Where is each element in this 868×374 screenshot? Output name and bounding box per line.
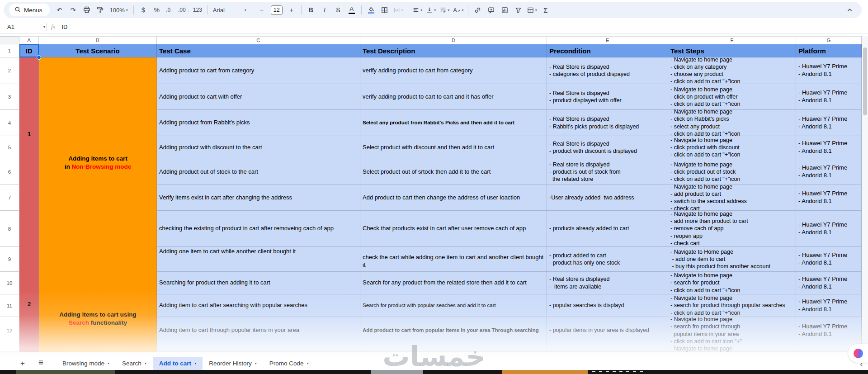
table-cell-c4[interactable]: Adding product from Rabbit's picks: [157, 110, 360, 136]
table-cell-g10[interactable]: - Huawei Y7 Prime- Andorid 8.1: [796, 272, 862, 294]
increase-decimal-button[interactable]: .00→: [178, 4, 190, 16]
font-family-dropdown[interactable]: Arial ▾: [210, 4, 249, 16]
table-cell-g7[interactable]: - Huawei Y7 Prime- Andorid 8.1: [796, 185, 862, 211]
decrease-decimal-button[interactable]: .0←: [164, 4, 177, 16]
table-cell-c5[interactable]: Adding product with discount to the cart: [157, 136, 360, 159]
id-group-strip[interactable]: [19, 57, 39, 352]
fill-color-button[interactable]: [365, 4, 377, 16]
table-cell-c12[interactable]: Adding item to cart through popular item…: [157, 317, 360, 344]
scenario-group-label[interactable]: Adding items to cart usingSearch functio…: [39, 311, 157, 327]
row-header-1[interactable]: 1: [0, 44, 19, 57]
table-cell-e7[interactable]: -User already added two address: [547, 185, 668, 211]
table-cell-d9[interactable]: check the cart while adding one item to …: [360, 247, 547, 272]
table-cell-c10[interactable]: Searching for product then adding it to …: [157, 272, 360, 294]
table-cell-d6[interactable]: Select product out of srtock then add it…: [360, 159, 547, 185]
row-header-2[interactable]: 2: [0, 57, 19, 84]
header-cell-d[interactable]: Test Description: [360, 44, 547, 57]
zoom-dropdown[interactable]: 100% ▾: [107, 4, 131, 16]
redo-button[interactable]: ↷: [67, 4, 80, 16]
column-header-d[interactable]: D: [360, 36, 547, 44]
increase-font-size-button[interactable]: +: [285, 4, 298, 16]
row-header-7[interactable]: 7: [0, 185, 19, 211]
row-header-6[interactable]: 6: [0, 159, 19, 185]
row-header-8[interactable]: 8: [0, 211, 19, 247]
grid-corner-box[interactable]: [0, 36, 19, 44]
table-cell-e3[interactable]: - Real Store is dispayed- product displa…: [547, 84, 668, 110]
column-header-c[interactable]: C: [157, 36, 360, 44]
table-cell-d2[interactable]: verify adding product to cart from categ…: [360, 57, 547, 84]
table-cell-f2[interactable]: - Navigate to home page- click on any ca…: [668, 57, 796, 84]
create-filter-button[interactable]: [512, 4, 525, 16]
row-header-12[interactable]: 12: [0, 317, 19, 344]
table-cell-c9[interactable]: Adding one item to cart while another cl…: [157, 247, 360, 272]
column-header-a[interactable]: A: [19, 36, 39, 44]
table-cell-f8[interactable]: - Navigate to home page- add more than p…: [668, 211, 796, 247]
table-cell-c7[interactable]: Verify items exist in cart after changin…: [157, 185, 360, 211]
column-header-f[interactable]: F: [668, 36, 796, 44]
extension-pill[interactable]: [848, 344, 868, 363]
table-views-button[interactable]: ▾: [526, 4, 538, 16]
insert-link-button[interactable]: [472, 4, 484, 16]
vertical-scrollbar-thumb[interactable]: [863, 47, 867, 115]
sheet-tab-reorder-history[interactable]: Reorder History▾: [203, 357, 263, 370]
header-cell-b[interactable]: Test Scenario: [39, 44, 157, 57]
table-cell-g2[interactable]: - Huawei Y7 Prime- Andorid 8.1: [796, 57, 862, 84]
row-header-11[interactable]: 11: [0, 294, 19, 317]
more-formats-button[interactable]: 123: [191, 4, 204, 16]
selection-fill-handle[interactable]: [37, 55, 41, 60]
table-cell-d5[interactable]: Select product with discount and then ad…: [360, 136, 547, 159]
format-currency-button[interactable]: $: [137, 4, 150, 16]
table-cell-g8[interactable]: - Huawei Y7 Prime- Andorid 8.1: [796, 211, 862, 247]
row-header-4[interactable]: 4: [0, 110, 19, 136]
table-cell-f13[interactable]: - Navigate to home page: [668, 344, 796, 352]
table-cell-e6[interactable]: - Real store is dispalyed- product is ou…: [547, 159, 668, 185]
insert-comment-button[interactable]: [485, 4, 498, 16]
undo-button[interactable]: ↶: [53, 4, 66, 16]
table-cell-d3[interactable]: verify adding product to cart to cart an…: [360, 84, 547, 110]
strikethrough-button[interactable]: S: [332, 4, 344, 16]
column-header-g[interactable]: G: [796, 36, 862, 44]
group-number[interactable]: 2: [19, 301, 39, 308]
merge-cells-button[interactable]: ▾: [392, 4, 405, 16]
horizontal-scrollbar[interactable]: [0, 352, 868, 357]
row-header-5[interactable]: 5: [0, 136, 19, 159]
table-cell-e12[interactable]: - popular items in your area is displaye…: [547, 317, 668, 344]
hide-menus-button[interactable]: [843, 4, 856, 16]
table-cell-c13[interactable]: [157, 344, 360, 352]
header-cell-c[interactable]: Test Case: [157, 44, 360, 57]
menus-search-button[interactable]: Menus: [9, 4, 50, 16]
bold-button[interactable]: B: [305, 4, 317, 16]
table-cell-c3[interactable]: Adding product to cart with offer: [157, 84, 360, 110]
table-cell-f5[interactable]: - Navigate to home page- click product w…: [668, 136, 796, 159]
font-size-input[interactable]: 12: [271, 5, 283, 15]
print-button[interactable]: [80, 4, 93, 16]
vertical-scrollbar[interactable]: [862, 36, 868, 352]
table-cell-e5[interactable]: - Real Store is dispayed- product with d…: [547, 136, 668, 159]
table-cell-d8[interactable]: Check that products exist in cart after …: [360, 211, 547, 247]
horizontal-align-button[interactable]: ▾: [411, 4, 424, 16]
italic-button[interactable]: I: [318, 4, 331, 16]
table-cell-e13[interactable]: [547, 344, 668, 352]
text-rotation-button[interactable]: A↗ ▾: [452, 4, 465, 16]
sheet-tab-add-to-cart[interactable]: Add to cart▾: [153, 357, 203, 370]
insert-chart-button[interactable]: [499, 4, 511, 16]
table-cell-g9[interactable]: - Huawei Y7 Prime- Andorid 8.1: [796, 247, 862, 272]
table-cell-e11[interactable]: - popular searches is displayd: [547, 294, 668, 317]
table-cell-e2[interactable]: - Real Store is dispayed- categories of …: [547, 57, 668, 84]
table-cell-f10[interactable]: - Navigate to home page- search for prod…: [668, 272, 796, 294]
row-header-10[interactable]: 10: [0, 272, 19, 294]
table-cell-c8[interactable]: checking the existing of product in cart…: [157, 211, 360, 247]
name-box[interactable]: A1 ▾: [0, 24, 45, 30]
table-cell-f7[interactable]: - Navigate to home page- add product to …: [668, 185, 796, 211]
table-cell-e10[interactable]: - Real store is displayed- items are ava…: [547, 272, 668, 294]
table-cell-d13[interactable]: [360, 344, 547, 352]
table-cell-d7[interactable]: Add product to cart then change the addr…: [360, 185, 547, 211]
column-header-b[interactable]: B: [39, 36, 157, 44]
format-percent-button[interactable]: %: [151, 4, 163, 16]
table-cell-e9[interactable]: - product added to cart- product has onl…: [547, 247, 668, 272]
table-cell-f6[interactable]: - Navigate to home page- click product o…: [668, 159, 796, 185]
scenario-group-label[interactable]: Adding items to cartin Non-Browsing mode: [39, 155, 157, 171]
header-cell-e[interactable]: Precondition: [547, 44, 668, 57]
table-cell-d11[interactable]: Search for product with popular seaches …: [360, 294, 547, 317]
paint-format-button[interactable]: [94, 4, 107, 16]
